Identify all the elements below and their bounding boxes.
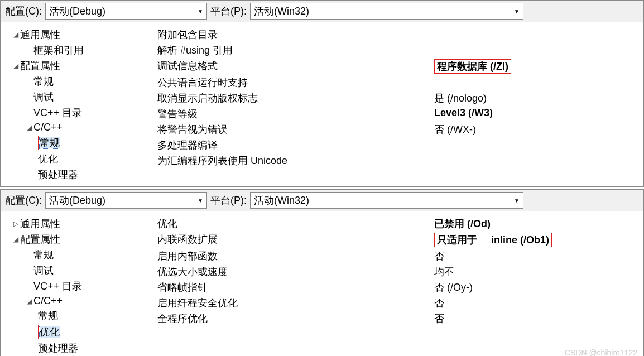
prop-value[interactable]: 否 (/WX-) <box>432 123 640 136</box>
property-grid[interactable]: 附加包含目录 解析 #using 引用 调试信息格式 程序数据库 (/Zi) 公… <box>147 23 640 186</box>
tree-item-ccpp-opt[interactable]: 优化 <box>4 151 143 167</box>
tree-item-general[interactable]: 常规 <box>4 74 143 89</box>
prop-label: 优化 <box>147 217 432 230</box>
collapse-icon[interactable]: ◢ <box>11 62 20 70</box>
prop-label: 启用纤程安全优化 <box>147 296 432 310</box>
config-dropdown[interactable]: 活动(Debug) ▼ <box>45 192 207 209</box>
prop-label: 全程序优化 <box>147 312 432 325</box>
tree-item-config[interactable]: ◢ 配置属性 <box>4 232 143 247</box>
tree-view[interactable]: ▷ 通用属性 ◢ 配置属性 常规 调试 VC++ 目录 ◢ C/C++ <box>4 213 143 356</box>
prop-value[interactable]: 否 <box>432 249 640 263</box>
tree-item-vcdir[interactable]: VC++ 目录 <box>4 105 143 121</box>
toolbar: 配置(C): 活动(Debug) ▼ 平台(P): 活动(Win32) ▼ <box>1 1 643 22</box>
grid-row[interactable]: 调试信息格式 程序数据库 (/Zi) <box>147 58 640 75</box>
prop-value[interactable]: 否 (/Oy-) <box>432 281 640 294</box>
tree-item-ccpp-pre[interactable]: 预处理器 <box>4 340 143 356</box>
tree-item-general[interactable]: 常规 <box>4 247 143 263</box>
property-page-panel-2: 配置(C): 活动(Debug) ▼ 平台(P): 活动(Win32) ▼ ▷ … <box>0 189 644 356</box>
chevron-down-icon: ▼ <box>198 8 203 15</box>
prop-label: 省略帧指针 <box>147 281 432 294</box>
grid-row[interactable]: 多处理器编译 <box>147 137 640 153</box>
prop-value[interactable] <box>432 154 640 167</box>
tree-item-ccpp-general[interactable]: 常规 <box>4 308 143 324</box>
tree-item-debug[interactable]: 调试 <box>4 89 143 105</box>
prop-label: 调试信息格式 <box>147 59 432 74</box>
collapse-icon[interactable]: ◢ <box>11 31 20 39</box>
grid-row[interactable]: 优选大小或速度 均不 <box>147 264 640 280</box>
expand-icon[interactable]: ▷ <box>11 220 20 228</box>
property-page-panel-1: 配置(C): 活动(Debug) ▼ 平台(P): 活动(Win32) ▼ ◢ … <box>0 0 644 187</box>
prop-label: 内联函数扩展 <box>147 233 432 247</box>
prop-label: 为汇编程序列表使用 Unicode <box>147 154 432 167</box>
config-dropdown[interactable]: 活动(Debug) ▼ <box>45 3 207 20</box>
tree-item-framework[interactable]: 框架和引用 <box>4 42 143 58</box>
grid-row[interactable]: 优化 已禁用 (/Od) <box>147 216 640 232</box>
prop-value[interactable] <box>432 76 640 89</box>
grid-row[interactable]: 内联函数扩展 只适用于 __inline (/Ob1) <box>147 232 640 248</box>
platform-value: 活动(Win32) <box>254 4 309 18</box>
grid-row[interactable]: 附加包含目录 <box>147 27 640 42</box>
collapse-icon[interactable]: ◢ <box>25 124 33 132</box>
platform-label: 平台(P): <box>210 194 247 207</box>
tree-item-ccpp-general[interactable]: 常规 <box>4 134 143 151</box>
prop-value[interactable]: Level3 (/W3) <box>432 107 640 121</box>
prop-value[interactable]: 均不 <box>432 265 640 278</box>
prop-value[interactable]: 否 <box>432 296 640 310</box>
grid-row[interactable]: 警告等级 Level3 (/W3) <box>147 106 640 122</box>
config-value: 活动(Debug) <box>49 194 105 207</box>
prop-value[interactable] <box>432 138 640 152</box>
prop-label: 警告等级 <box>147 107 432 121</box>
watermark: CSDN @chihiro1122 <box>565 348 637 356</box>
grid-row[interactable]: 省略帧指针 否 (/Oy-) <box>147 280 640 295</box>
prop-label: 将警告视为错误 <box>147 123 432 136</box>
prop-label: 优选大小或速度 <box>147 265 432 278</box>
chevron-down-icon: ▼ <box>198 198 203 204</box>
platform-value: 活动(Win32) <box>254 194 309 207</box>
body-row: ◢ 通用属性 框架和引用 ◢ 配置属性 常规 调试 VC++ 目录 <box>1 22 643 186</box>
prop-value[interactable] <box>432 44 640 57</box>
grid-row[interactable]: 将警告视为错误 否 (/WX-) <box>147 122 640 137</box>
prop-value[interactable]: 程序数据库 (/Zi) <box>432 59 640 74</box>
config-label: 配置(C): <box>5 4 42 18</box>
property-grid[interactable]: 优化 已禁用 (/Od) 内联函数扩展 只适用于 __inline (/Ob1)… <box>147 213 640 356</box>
prop-label: 公共语言运行时支持 <box>147 76 432 89</box>
prop-label: 解析 #using 引用 <box>147 44 432 57</box>
prop-value[interactable] <box>432 28 640 41</box>
tree-view[interactable]: ◢ 通用属性 框架和引用 ◢ 配置属性 常规 调试 VC++ 目录 <box>4 23 143 186</box>
tree-item-config[interactable]: ◢ 配置属性 <box>4 58 143 74</box>
prop-label: 附加包含目录 <box>147 28 432 41</box>
collapse-icon[interactable]: ◢ <box>25 297 33 305</box>
tree-item-vcdir[interactable]: VC++ 目录 <box>4 278 143 294</box>
prop-label: 多处理器编译 <box>147 138 432 152</box>
tree-item-ccpp-pre[interactable]: 预处理器 <box>4 167 143 182</box>
prop-label: 启用内部函数 <box>147 249 432 263</box>
body-row: ▷ 通用属性 ◢ 配置属性 常规 调试 VC++ 目录 ◢ C/C++ <box>1 211 643 356</box>
chevron-down-icon: ▼ <box>514 198 520 204</box>
grid-row[interactable]: 取消显示启动版权标志 是 (/nologo) <box>147 90 640 106</box>
grid-row[interactable]: 公共语言运行时支持 <box>147 75 640 90</box>
toolbar: 配置(C): 活动(Debug) ▼ 平台(P): 活动(Win32) ▼ <box>1 190 643 211</box>
chevron-down-icon: ▼ <box>514 8 520 15</box>
tree-item-ccpp[interactable]: ◢ C/C++ <box>4 121 143 134</box>
prop-value[interactable]: 只适用于 __inline (/Ob1) <box>432 233 640 247</box>
tree-item-ccpp-opt[interactable]: 优化 <box>4 324 143 340</box>
grid-row[interactable]: 启用内部函数 否 <box>147 248 640 264</box>
config-label: 配置(C): <box>5 194 42 207</box>
prop-label: 取消显示启动版权标志 <box>147 92 432 105</box>
prop-value[interactable]: 否 <box>432 312 640 325</box>
config-value: 活动(Debug) <box>49 4 105 18</box>
grid-row[interactable]: 全程序优化 否 <box>147 311 640 326</box>
tree-item-ccpp[interactable]: ◢ C/C++ <box>4 294 143 308</box>
platform-dropdown[interactable]: 活动(Win32) ▼ <box>250 3 523 20</box>
grid-row[interactable]: 解析 #using 引用 <box>147 42 640 58</box>
tree-item-common[interactable]: ▷ 通用属性 <box>4 216 143 232</box>
tree-item-debug[interactable]: 调试 <box>4 263 143 278</box>
prop-value[interactable]: 是 (/nologo) <box>432 92 640 105</box>
platform-dropdown[interactable]: 活动(Win32) ▼ <box>250 192 523 209</box>
grid-row[interactable]: 启用纤程安全优化 否 <box>147 295 640 311</box>
platform-label: 平台(P): <box>210 4 247 18</box>
collapse-icon[interactable]: ◢ <box>11 235 20 243</box>
prop-value[interactable]: 已禁用 (/Od) <box>432 217 640 230</box>
tree-item-common[interactable]: ◢ 通用属性 <box>4 27 143 42</box>
grid-row[interactable]: 为汇编程序列表使用 Unicode <box>147 153 640 169</box>
